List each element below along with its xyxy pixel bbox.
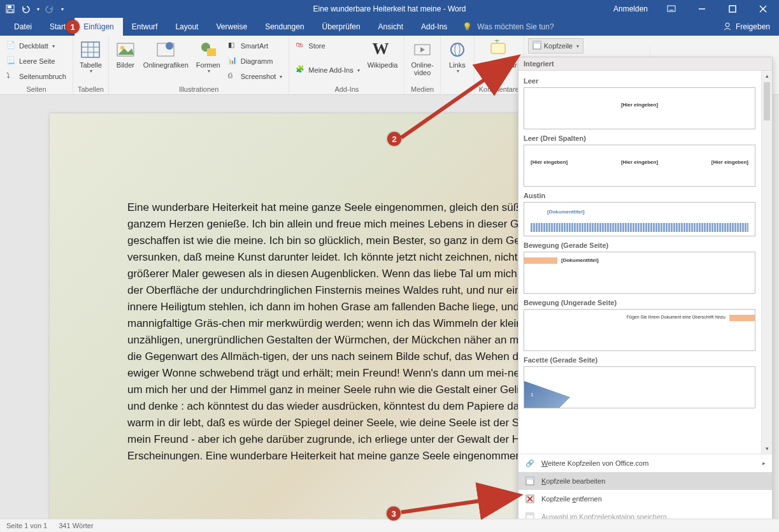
gallery-item-title: Bewegung (Gerade Seite) xyxy=(524,241,755,249)
tab-verweise[interactable]: Verweise xyxy=(207,18,256,36)
screenshot-icon: ⎙ xyxy=(228,71,238,82)
comment-icon: + xyxy=(489,40,509,60)
svg-rect-32 xyxy=(526,477,534,480)
redo-icon[interactable] xyxy=(45,4,55,14)
tell-me-input[interactable] xyxy=(476,22,593,32)
tab-ansicht[interactable]: Ansicht xyxy=(369,18,412,36)
kopfzeile-bearbeiten[interactable]: Kopfzeile bearbeiten xyxy=(518,472,772,490)
formen-button[interactable]: Formen▾ xyxy=(194,38,223,76)
share-icon xyxy=(723,22,732,32)
tab-addins[interactable]: Add-Ins xyxy=(412,18,456,36)
gallery-item-leer[interactable]: [Hier eingeben] xyxy=(524,87,755,129)
group-seiten: 📄Deckblatt▾ 📃Leere Seite ⤵Seitenumbruch … xyxy=(0,36,73,94)
group-addins: 🛍Store 🧩Meine Add-Ins▾ WWikipedia Add-In… xyxy=(289,36,404,94)
kommentar-button[interactable]: +Kommentar xyxy=(478,38,520,70)
onlinevideo-button[interactable]: Online- video xyxy=(408,38,436,78)
table-icon xyxy=(80,40,101,60)
tab-einfuegen[interactable]: Einfügen xyxy=(75,18,122,36)
svg-point-8 xyxy=(725,23,729,27)
minimize-icon[interactable] xyxy=(687,0,717,18)
gallery-item-austin[interactable]: [Dokumenttitel] xyxy=(524,202,755,236)
weitere-kopfzeilen-office[interactable]: 🔗 Weitere Kopfzeilen von Office.com ▸ xyxy=(518,454,772,472)
seitenumbruch-button[interactable]: ⤵Seitenumbruch xyxy=(4,69,69,84)
gallery-item-title: Facette (Gerade Seite) xyxy=(524,356,755,364)
dropdown-scrollbar[interactable]: ▴ ▾ xyxy=(761,71,772,454)
group-illustrationen: Bilder Onlinegrafiken Formen▾ ◧SmartArt … xyxy=(109,36,290,94)
diagramm-button[interactable]: 📊Diagramm xyxy=(225,54,285,69)
smartart-icon: ◧ xyxy=(228,41,238,51)
blank-page-icon: 📃 xyxy=(6,56,17,66)
step-badge-3: 3 xyxy=(387,507,401,521)
gallery-item-bewegung-ungerade[interactable]: Fügen Sie Ihrem Dokument eine Überschrif… xyxy=(524,309,755,351)
status-bar: Seite 1 von 1 341 Wörter xyxy=(0,519,779,532)
close-icon[interactable] xyxy=(748,0,778,18)
title-bar: ▾ ▾ Eine wunderbare Heiterkeit hat meine… xyxy=(0,0,779,18)
links-button[interactable]: Links▾ xyxy=(445,38,470,76)
group-label-seiten: Seiten xyxy=(4,84,69,93)
picture-icon xyxy=(115,40,136,60)
store-icon: 🛍 xyxy=(296,41,306,51)
page-indicator[interactable]: Seite 1 von 1 xyxy=(6,522,47,529)
tab-entwurf[interactable]: Entwurf xyxy=(123,18,167,36)
wikipedia-button[interactable]: WWikipedia xyxy=(365,38,401,70)
screenshot-button[interactable]: ⎙Screenshot▾ xyxy=(225,69,285,84)
gallery-item-leer-drei-spalten[interactable]: [Hier eingeben][Hier eingeben][Hier eing… xyxy=(524,145,755,187)
dropdown-footer: 🔗 Weitere Kopfzeilen von Office.com ▸ Ko… xyxy=(518,454,772,526)
scrollbar-thumb[interactable] xyxy=(764,82,770,120)
header-icon xyxy=(532,41,541,51)
svg-point-17 xyxy=(166,42,173,50)
tell-me-search[interactable]: 💡 xyxy=(462,18,593,36)
kopfzeile-entfernen[interactable]: Kopfzeile entfernen xyxy=(518,490,772,508)
kopfzeile-button[interactable]: Kopfzeile▾ xyxy=(528,38,583,54)
tab-layout[interactable]: Layout xyxy=(166,18,207,36)
leere-seite-button[interactable]: 📃Leere Seite xyxy=(4,54,69,69)
step-badge-1: 1 xyxy=(66,20,80,34)
onlinegrafiken-button[interactable]: Onlinegrafiken xyxy=(141,38,191,70)
tabelle-button[interactable]: Tabelle▾ xyxy=(77,38,104,76)
gallery-item-title: Austin xyxy=(524,192,755,199)
submenu-arrow-icon: ▸ xyxy=(762,460,766,466)
group-medien: Online- video Medien xyxy=(404,36,440,94)
svg-rect-9 xyxy=(82,42,99,57)
svg-point-23 xyxy=(455,43,460,56)
dropdown-gallery: Leer [Hier eingeben] Leer (Drei Spalten)… xyxy=(518,71,772,454)
tab-ueberpruefen[interactable]: Überprüfen xyxy=(313,18,369,36)
gallery-item-title: Leer (Drei Spalten) xyxy=(524,134,755,142)
ribbon-display-options-icon[interactable] xyxy=(657,0,686,18)
share-button[interactable]: Freigeben xyxy=(714,18,779,36)
sign-in-button[interactable]: Anmelden xyxy=(606,4,655,13)
svg-point-22 xyxy=(451,43,464,56)
weitere-label: eitere Kopfzeilen von Office.com xyxy=(548,459,648,467)
meine-addins-button[interactable]: 🧩Meine Add-Ins▾ xyxy=(293,62,362,78)
maximize-icon[interactable] xyxy=(718,0,747,18)
remove-header-icon xyxy=(525,494,535,504)
qat-customise-icon[interactable]: ▾ xyxy=(61,6,64,12)
gallery-item-title: Bewegung (Ungerade Seite) xyxy=(524,299,755,306)
word-count[interactable]: 341 Wörter xyxy=(59,522,93,529)
svg-rect-2 xyxy=(8,10,13,12)
group-label-links xyxy=(445,84,470,93)
undo-dropdown-icon[interactable]: ▾ xyxy=(37,6,39,12)
save-icon[interactable] xyxy=(5,4,15,14)
tab-datei[interactable]: Datei xyxy=(5,18,41,36)
scroll-down-icon[interactable]: ▾ xyxy=(762,443,772,454)
gallery-item-bewegung-gerade[interactable]: [Dokumenttitel] xyxy=(524,252,755,294)
tab-sendungen[interactable]: Sendungen xyxy=(256,18,313,36)
undo-icon[interactable] xyxy=(20,4,31,14)
online-pictures-icon xyxy=(155,40,176,60)
scroll-up-icon[interactable]: ▴ xyxy=(762,71,772,81)
link-icon xyxy=(447,40,468,60)
edit-header-icon xyxy=(525,476,535,486)
gallery-item-facette-gerade[interactable]: 1 xyxy=(524,366,755,408)
group-label-addins: Add-Ins xyxy=(293,84,400,93)
bilder-button[interactable]: Bilder xyxy=(113,38,138,70)
smartart-button[interactable]: ◧SmartArt xyxy=(225,38,285,54)
svg-marker-21 xyxy=(420,47,425,52)
chart-icon: 📊 xyxy=(228,56,238,66)
my-addins-icon: 🧩 xyxy=(296,65,306,75)
shapes-icon xyxy=(198,40,218,60)
group-label-kommentare: Kommentare xyxy=(478,84,520,93)
store-button[interactable]: 🛍Store xyxy=(293,38,362,54)
svg-rect-5 xyxy=(729,6,736,12)
deckblatt-button[interactable]: 📄Deckblatt▾ xyxy=(4,38,69,54)
